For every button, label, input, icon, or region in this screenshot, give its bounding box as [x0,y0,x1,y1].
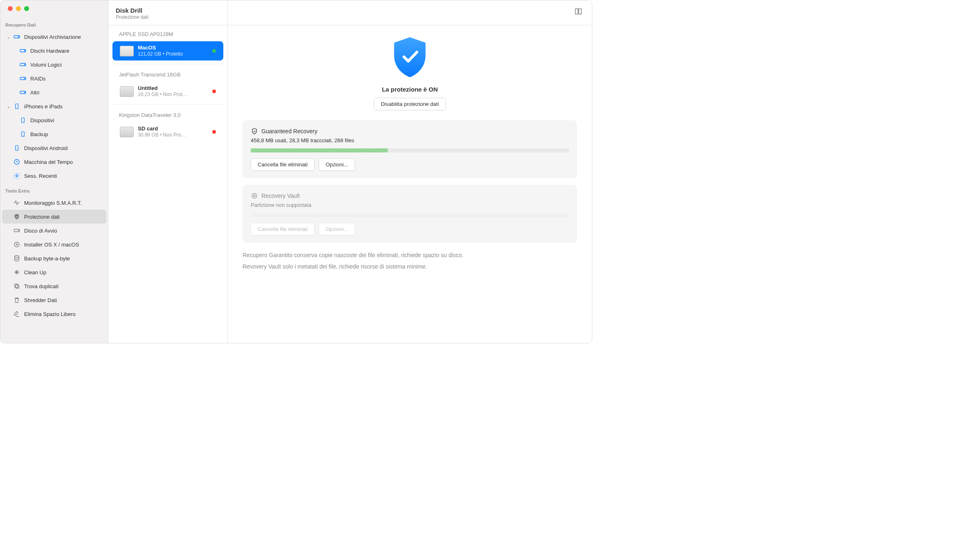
device-item-macos[interactable]: MacOS 121,02 GB • Protetto [112,41,223,60]
drive-icon [19,89,27,96]
sidebar-item-bootdisk[interactable]: Disco di Avvio [2,224,106,237]
panel-stats: 458,8 MB usati, 28,3 MB traccciati, 268 … [251,137,569,143]
status-dot-icon [212,130,216,134]
drive-icon [13,33,20,40]
status-dot-icon [212,90,216,93]
sidebar-item-label: Dispositivi [30,117,103,123]
device-group-header: Kingston DataTraveler 3.0 [108,106,227,122]
maximize-icon[interactable] [24,6,29,11]
shield-outline-icon [251,128,258,135]
drive-icon [19,47,27,54]
options-button: Opzioni... [319,223,355,235]
phone-icon [13,103,20,110]
sidebar-item-label: Disco di Avvio [24,228,103,234]
sidebar-item-android[interactable]: Dispositivi Android [2,141,106,155]
sidebar-item-label: Shredder Dati [24,297,103,303]
svg-rect-24 [16,285,19,288]
clock-icon [13,158,20,166]
sidebar-item-sessions[interactable]: Sess. Recenti [2,169,106,183]
drive-icon [13,227,20,234]
footnote-line: Recupero Garantito conserva copie nascos… [243,249,577,261]
main-content: La protezione è ON Disabilita protezione… [228,0,592,343]
sidebar-item-logical-volumes[interactable]: Volumi Logici [2,58,106,72]
titlebar: Disk Drill Protezione dati [108,0,227,25]
sidebar-item-shredder[interactable]: Shredder Dati [2,293,106,307]
sidebar-item-timemachine[interactable]: Macchina del Tempo [2,155,106,169]
options-button[interactable]: Opzioni... [319,158,355,171]
svg-rect-25 [15,284,18,287]
sidebar-item-label: Sess. Recenti [24,173,103,179]
device-item-untitled[interactable]: Untitled 16,23 GB • Non Prot… [112,82,223,101]
sidebar-item-label: Protezione dati [24,214,103,220]
divider [112,104,223,105]
sidebar-item-label: Backup [30,131,103,137]
sidebar-item-label: Trova duplicati [24,283,103,289]
protection-status-title: La protezione è ON [382,86,438,93]
sidebar-item-label: Altri [30,90,103,96]
sidebar-item-label: Clean Up [24,269,103,276]
help-icon[interactable] [574,7,583,17]
sidebar-item-label: Macchina del Tempo [24,159,103,165]
device-item-sdcard[interactable]: SD card 30,99 GB • Non Pro… [112,122,223,141]
sidebar-item-backup[interactable]: Backup [2,127,106,141]
svg-point-23 [15,255,19,258]
sidebar-item-installer[interactable]: Installer OS X / macOS [2,237,106,251]
svg-point-27 [254,195,256,197]
x-circle-icon [13,241,20,248]
sidebar-item-iphones[interactable]: ⌄ iPhones e iPads [2,99,106,113]
device-text: Untitled 16,23 GB • Non Prot… [138,85,209,98]
gear-icon [13,172,20,179]
recovery-vault-panel: Recovery Vault Partizione non supportata… [243,185,577,243]
device-list: APPLE SSD AP0128M MacOS 121,02 GB • Prot… [108,25,227,141]
shield-check-icon [390,35,429,79]
minimize-icon[interactable] [16,6,21,11]
device-name: SD card [138,125,209,132]
disk-icon [120,46,134,56]
divider [112,64,223,64]
device-text: SD card 30,99 GB • Non Pro… [138,125,209,138]
app-title: Disk Drill [116,7,220,14]
device-sub: 121,02 GB • Protetto [138,51,209,57]
svg-point-21 [18,230,19,231]
delete-files-button[interactable]: Cancella file eliminati [251,158,315,171]
svg-point-19 [16,175,18,177]
sidebar-item-label: iPhones e iPads [24,103,103,110]
device-name: MacOS [138,45,209,51]
close-icon[interactable] [8,6,13,11]
sidebar-item-smart[interactable]: Monitoraggio S.M.A.R.T. [2,196,106,210]
sidebar-item-other[interactable]: Altri [2,85,106,99]
sidebar-item-bytebackup[interactable]: Backup byte-a-byte [2,251,106,265]
vault-progress [251,213,569,217]
sidebar-item-label: Installer OS X / macOS [24,242,103,248]
svg-point-1 [18,36,19,37]
device-sub: 30,99 GB • Non Pro… [138,132,209,138]
device-sub: 16,23 GB • Non Prot… [138,92,209,98]
sidebar: Recupero Dati ⌄ Dispositivi Archiviazion… [0,0,108,343]
sidebar-item-erase-free[interactable]: Elimina Spazio Libero [2,307,106,321]
target-icon [251,192,258,199]
drive-icon [19,61,27,68]
sidebar-item-hardware-disks[interactable]: Dischi Hardware [2,44,106,58]
sidebar-item-duplicates[interactable]: Trova duplicati [2,279,106,293]
protection-hero: La protezione è ON Disabilita protezione… [243,33,577,120]
panel-title: Recovery Vault [261,193,300,199]
sidebar-item-storage[interactable]: ⌄ Dispositivi Archiviazione [2,30,106,44]
status-dot-icon [212,49,216,53]
footnote: Recupero Garantito conserva copie nascos… [243,249,577,272]
sidebar-item-label: Dispositivi Archiviazione [24,34,103,40]
sidebar-item-protection[interactable]: Protezione dati [2,210,106,224]
delete-files-button: Cancella file eliminati [251,223,315,235]
sidebar-item-label: Elimina Spazio Libero [24,311,103,317]
trash-icon [13,296,20,304]
disable-protection-button[interactable]: Disabilita protezione dati [374,98,446,110]
phone-icon [19,130,27,138]
sidebar-item-devices[interactable]: Dispositivi [2,113,106,127]
panel-stats: Partizione non supportata [251,202,569,208]
app-subtitle: Protezione dati [116,14,220,20]
sidebar-section-tools: Tools Extra [0,183,108,196]
sidebar-item-cleanup[interactable]: Clean Up [2,265,106,279]
database-icon [13,255,20,262]
sidebar-item-label: Dispositivi Android [24,145,103,151]
guaranteed-recovery-panel: Guaranteed Recovery 458,8 MB usati, 28,3… [243,120,577,178]
sidebar-item-raids[interactable]: RAIDs [2,72,106,85]
